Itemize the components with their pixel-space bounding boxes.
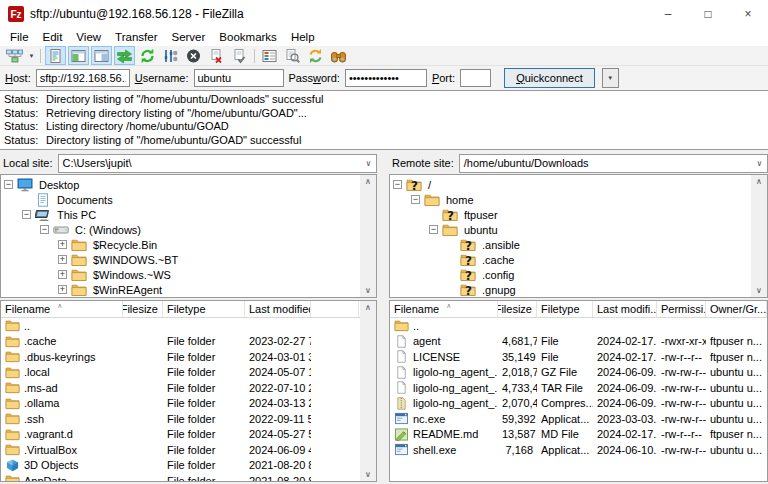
tree-item[interactable]: ?.gnupg	[390, 282, 751, 297]
sync-browse-button[interactable]	[305, 46, 326, 65]
find-files-button[interactable]	[328, 46, 349, 65]
site-manager-button[interactable]	[4, 46, 25, 65]
file-row[interactable]: 3D ObjectsFile folder2021-08-20 8:5...	[1, 458, 360, 474]
collapse-icon[interactable]: −	[411, 195, 420, 204]
host-input[interactable]	[36, 69, 130, 87]
file-row[interactable]: AppDataFile folder2021-08-20 8:4...	[1, 473, 360, 481]
column-header-blank[interactable]	[311, 301, 359, 317]
scroll-down-icon[interactable]: ∨	[756, 286, 762, 295]
collapse-icon[interactable]: −	[22, 210, 31, 219]
column-header-filetype[interactable]: Filetype	[537, 301, 593, 317]
menu-server[interactable]: Server	[164, 30, 212, 44]
tree-item[interactable]: Documents	[1, 192, 360, 207]
column-header-last-modifi[interactable]: Last modifi...	[593, 301, 657, 317]
password-input[interactable]	[345, 69, 427, 87]
quickconnect-button[interactable]: Quickconnect	[504, 68, 595, 88]
menu-bookmarks[interactable]: Bookmarks	[212, 30, 284, 44]
tree-item[interactable]: −This PC	[1, 207, 360, 222]
reconnect-button[interactable]	[229, 46, 250, 65]
panel-splitter[interactable]	[377, 152, 389, 482]
maximize-button[interactable]: □	[688, 0, 728, 28]
compare-button[interactable]	[282, 46, 303, 65]
tree-item[interactable]: +$Windows.~WS	[1, 267, 360, 282]
remote-tree-scrollbar[interactable]: ∧ ∨	[751, 175, 767, 297]
tree-item[interactable]: −?/	[390, 177, 751, 192]
menu-help[interactable]: Help	[284, 30, 322, 44]
expand-icon[interactable]: +	[58, 240, 67, 249]
chevron-down-icon[interactable]: ∨	[361, 159, 376, 168]
tree-item[interactable]: −C: (Windows)	[1, 222, 360, 237]
local-tree-scrollbar[interactable]: ∧ ∨	[360, 175, 376, 297]
minimize-button[interactable]: –	[648, 0, 688, 28]
column-header-filesize[interactable]: Filesize	[498, 301, 537, 317]
column-header-filename[interactable]: Filename∧	[390, 301, 498, 317]
process-queue-button[interactable]	[160, 46, 181, 65]
toggle-local-tree-button[interactable]	[68, 46, 89, 65]
file-row[interactable]: LICENSE35,149File2024-02-17...-rw-r--r--…	[390, 349, 767, 365]
tree-item[interactable]: ?.ansible	[390, 237, 751, 252]
file-row[interactable]: .sshFile folder2022-09-11 5:1...	[1, 411, 360, 427]
tree-item[interactable]: +$WinREAgent	[1, 282, 360, 297]
file-row[interactable]: .VirtualBoxFile folder2024-06-09 4:3...	[1, 442, 360, 458]
toggle-log-button[interactable]	[45, 46, 66, 65]
tree-item[interactable]: ?ftpuser	[390, 207, 751, 222]
column-header-filesize[interactable]: Filesize	[123, 301, 163, 317]
collapse-icon[interactable]: −	[40, 225, 49, 234]
file-row[interactable]: .cacheFile folder2023-02-27 7:3...	[1, 334, 360, 350]
menu-view[interactable]: View	[69, 30, 108, 44]
quickconnect-dropdown[interactable]: ▼	[602, 68, 619, 88]
toggle-queue-button[interactable]	[114, 46, 135, 65]
tree-item[interactable]: +$WINDOWS.~BT	[1, 252, 360, 267]
tree-item[interactable]: −Desktop	[1, 177, 360, 192]
port-input[interactable]	[460, 69, 491, 87]
file-row[interactable]: agent4,681,728File2024-02-17...-rwxr-xr-…	[390, 334, 767, 350]
scroll-down-icon[interactable]: ∨	[365, 470, 371, 479]
scroll-up-icon[interactable]: ∧	[365, 177, 371, 186]
column-header-filename[interactable]: Filename∧	[1, 301, 123, 317]
tree-item[interactable]: −ubuntu	[390, 222, 751, 237]
file-row[interactable]: .ollamaFile folder2024-03-13 2:3...	[1, 396, 360, 412]
column-header-owner-gr[interactable]: Owner/Gr...	[706, 301, 767, 317]
expand-icon[interactable]: +	[58, 255, 67, 264]
file-row[interactable]: nc.exe59,392Applicat...2023-03-03...-rw-…	[390, 411, 767, 427]
close-button[interactable]: ×	[728, 0, 768, 28]
local-list-scrollbar[interactable]: ∧ ∨	[360, 301, 376, 481]
file-row[interactable]: .vagrant.dFile folder2024-05-27 5:4...	[1, 427, 360, 443]
file-row[interactable]: .localFile folder2024-05-07 12:...	[1, 365, 360, 381]
tree-item[interactable]: ?.cache	[390, 252, 751, 267]
chevron-down-icon[interactable]: ∨	[752, 159, 767, 168]
tree-item[interactable]: +$Recycle.Bin	[1, 237, 360, 252]
file-row[interactable]: ligolo-ng_agent_...2,070,457Compres...20…	[390, 396, 767, 412]
collapse-icon[interactable]: −	[393, 180, 402, 189]
menu-edit[interactable]: Edit	[36, 30, 70, 44]
scroll-up-icon[interactable]: ∧	[365, 303, 371, 312]
filter-button[interactable]	[259, 46, 280, 65]
file-row[interactable]: ..	[1, 318, 360, 334]
tree-item[interactable]: ?.config	[390, 267, 751, 282]
tree-item[interactable]: −home	[390, 192, 751, 207]
collapse-icon[interactable]: −	[4, 180, 13, 189]
file-row[interactable]: .ms-adFile folder2022-07-10 2:4...	[1, 380, 360, 396]
file-row[interactable]: README.md13,587MD File2024-02-17...-rw-r…	[390, 427, 767, 443]
disconnect-button[interactable]	[206, 46, 227, 65]
column-header-last-modified[interactable]: Last modified	[245, 301, 311, 317]
scroll-down-icon[interactable]: ∨	[365, 286, 371, 295]
toggle-remote-tree-button[interactable]	[91, 46, 112, 65]
remote-site-input[interactable]: /home/ubuntu/Downloads ∨	[459, 154, 768, 173]
column-header-filetype[interactable]: Filetype	[163, 301, 245, 317]
local-site-input[interactable]: C:\Users\jupit\ ∨	[58, 154, 377, 173]
collapse-icon[interactable]: −	[429, 225, 438, 234]
column-header-permissi[interactable]: Permissi...	[657, 301, 706, 317]
username-input[interactable]	[194, 69, 284, 87]
file-row[interactable]: ..	[390, 318, 767, 334]
site-manager-dropdown[interactable]: ▼	[26, 46, 37, 65]
file-row[interactable]: ligolo-ng_agent_...4,733,440TAR File2024…	[390, 380, 767, 396]
file-row[interactable]: .dbus-keyringsFile folder2024-03-01 3:1.…	[1, 349, 360, 365]
file-row[interactable]: shell.exe7,168Applicat...2024-06-10...-r…	[390, 442, 767, 458]
expand-icon[interactable]: +	[58, 285, 67, 294]
scroll-up-icon[interactable]: ∧	[756, 177, 762, 186]
expand-icon[interactable]: +	[58, 270, 67, 279]
menu-transfer[interactable]: Transfer	[108, 30, 164, 44]
refresh-button[interactable]	[137, 46, 158, 65]
file-row[interactable]: ligolo-ng_agent_...2,018,731GZ File2024-…	[390, 365, 767, 381]
